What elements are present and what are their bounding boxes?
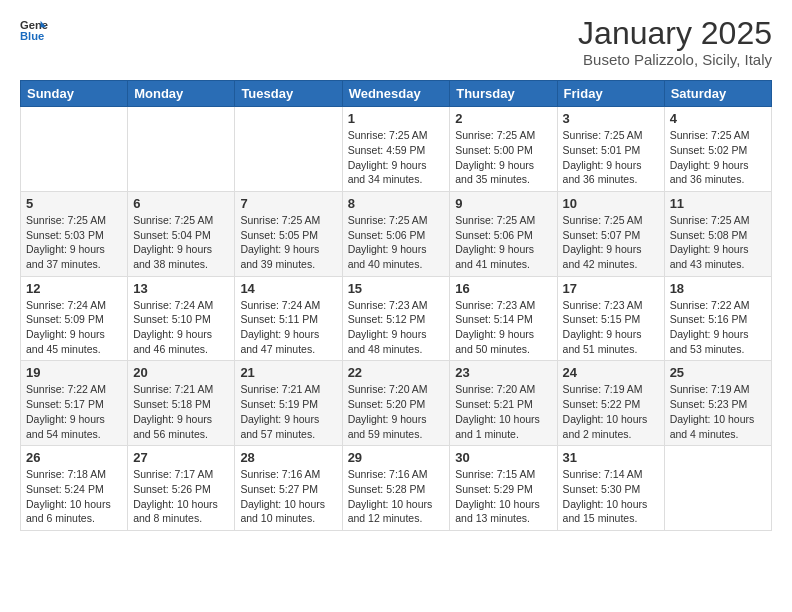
table-row: 4Sunrise: 7:25 AM Sunset: 5:02 PM Daylig… <box>664 107 771 192</box>
day-info: Sunrise: 7:14 AM Sunset: 5:30 PM Dayligh… <box>563 467 659 526</box>
day-info: Sunrise: 7:21 AM Sunset: 5:19 PM Dayligh… <box>240 382 336 441</box>
table-row: 23Sunrise: 7:20 AM Sunset: 5:21 PM Dayli… <box>450 361 557 446</box>
header-sunday: Sunday <box>21 81 128 107</box>
day-number: 30 <box>455 450 551 465</box>
calendar-week-row: 5Sunrise: 7:25 AM Sunset: 5:03 PM Daylig… <box>21 191 772 276</box>
table-row: 24Sunrise: 7:19 AM Sunset: 5:22 PM Dayli… <box>557 361 664 446</box>
day-info: Sunrise: 7:25 AM Sunset: 5:05 PM Dayligh… <box>240 213 336 272</box>
day-number: 10 <box>563 196 659 211</box>
calendar-week-row: 19Sunrise: 7:22 AM Sunset: 5:17 PM Dayli… <box>21 361 772 446</box>
table-row: 12Sunrise: 7:24 AM Sunset: 5:09 PM Dayli… <box>21 276 128 361</box>
table-row <box>664 446 771 531</box>
table-row: 20Sunrise: 7:21 AM Sunset: 5:18 PM Dayli… <box>128 361 235 446</box>
day-info: Sunrise: 7:25 AM Sunset: 5:02 PM Dayligh… <box>670 128 766 187</box>
day-info: Sunrise: 7:17 AM Sunset: 5:26 PM Dayligh… <box>133 467 229 526</box>
day-number: 12 <box>26 281 122 296</box>
day-number: 1 <box>348 111 445 126</box>
day-info: Sunrise: 7:25 AM Sunset: 5:06 PM Dayligh… <box>455 213 551 272</box>
day-number: 17 <box>563 281 659 296</box>
day-number: 23 <box>455 365 551 380</box>
day-number: 4 <box>670 111 766 126</box>
table-row <box>128 107 235 192</box>
calendar-week-row: 26Sunrise: 7:18 AM Sunset: 5:24 PM Dayli… <box>21 446 772 531</box>
day-number: 15 <box>348 281 445 296</box>
day-number: 19 <box>26 365 122 380</box>
day-number: 13 <box>133 281 229 296</box>
day-number: 9 <box>455 196 551 211</box>
day-info: Sunrise: 7:25 AM Sunset: 5:07 PM Dayligh… <box>563 213 659 272</box>
day-number: 8 <box>348 196 445 211</box>
table-row: 11Sunrise: 7:25 AM Sunset: 5:08 PM Dayli… <box>664 191 771 276</box>
day-info: Sunrise: 7:25 AM Sunset: 5:01 PM Dayligh… <box>563 128 659 187</box>
day-info: Sunrise: 7:25 AM Sunset: 5:06 PM Dayligh… <box>348 213 445 272</box>
table-row: 19Sunrise: 7:22 AM Sunset: 5:17 PM Dayli… <box>21 361 128 446</box>
day-info: Sunrise: 7:24 AM Sunset: 5:09 PM Dayligh… <box>26 298 122 357</box>
header-monday: Monday <box>128 81 235 107</box>
table-row: 2Sunrise: 7:25 AM Sunset: 5:00 PM Daylig… <box>450 107 557 192</box>
calendar-subtitle: Buseto Palizzolo, Sicily, Italy <box>578 51 772 68</box>
day-info: Sunrise: 7:21 AM Sunset: 5:18 PM Dayligh… <box>133 382 229 441</box>
table-row: 31Sunrise: 7:14 AM Sunset: 5:30 PM Dayli… <box>557 446 664 531</box>
day-info: Sunrise: 7:20 AM Sunset: 5:20 PM Dayligh… <box>348 382 445 441</box>
day-number: 25 <box>670 365 766 380</box>
table-row: 3Sunrise: 7:25 AM Sunset: 5:01 PM Daylig… <box>557 107 664 192</box>
table-row: 6Sunrise: 7:25 AM Sunset: 5:04 PM Daylig… <box>128 191 235 276</box>
page-container: General Blue January 2025 Buseto Palizzo… <box>0 0 792 541</box>
day-number: 2 <box>455 111 551 126</box>
calendar-header-row: Sunday Monday Tuesday Wednesday Thursday… <box>21 81 772 107</box>
table-row: 13Sunrise: 7:24 AM Sunset: 5:10 PM Dayli… <box>128 276 235 361</box>
day-info: Sunrise: 7:25 AM Sunset: 5:00 PM Dayligh… <box>455 128 551 187</box>
table-row: 25Sunrise: 7:19 AM Sunset: 5:23 PM Dayli… <box>664 361 771 446</box>
day-number: 22 <box>348 365 445 380</box>
calendar-title: January 2025 <box>578 16 772 51</box>
day-number: 29 <box>348 450 445 465</box>
table-row: 1Sunrise: 7:25 AM Sunset: 4:59 PM Daylig… <box>342 107 450 192</box>
logo-icon: General Blue <box>20 16 48 44</box>
header: General Blue January 2025 Buseto Palizzo… <box>20 16 772 68</box>
day-info: Sunrise: 7:24 AM Sunset: 5:11 PM Dayligh… <box>240 298 336 357</box>
day-number: 6 <box>133 196 229 211</box>
table-row: 18Sunrise: 7:22 AM Sunset: 5:16 PM Dayli… <box>664 276 771 361</box>
table-row: 10Sunrise: 7:25 AM Sunset: 5:07 PM Dayli… <box>557 191 664 276</box>
day-number: 31 <box>563 450 659 465</box>
day-info: Sunrise: 7:16 AM Sunset: 5:28 PM Dayligh… <box>348 467 445 526</box>
header-thursday: Thursday <box>450 81 557 107</box>
table-row: 7Sunrise: 7:25 AM Sunset: 5:05 PM Daylig… <box>235 191 342 276</box>
day-number: 7 <box>240 196 336 211</box>
table-row <box>235 107 342 192</box>
table-row: 5Sunrise: 7:25 AM Sunset: 5:03 PM Daylig… <box>21 191 128 276</box>
table-row: 22Sunrise: 7:20 AM Sunset: 5:20 PM Dayli… <box>342 361 450 446</box>
day-info: Sunrise: 7:15 AM Sunset: 5:29 PM Dayligh… <box>455 467 551 526</box>
table-row: 28Sunrise: 7:16 AM Sunset: 5:27 PM Dayli… <box>235 446 342 531</box>
day-number: 28 <box>240 450 336 465</box>
day-info: Sunrise: 7:22 AM Sunset: 5:16 PM Dayligh… <box>670 298 766 357</box>
table-row: 15Sunrise: 7:23 AM Sunset: 5:12 PM Dayli… <box>342 276 450 361</box>
calendar-table: Sunday Monday Tuesday Wednesday Thursday… <box>20 80 772 531</box>
table-row: 8Sunrise: 7:25 AM Sunset: 5:06 PM Daylig… <box>342 191 450 276</box>
day-number: 20 <box>133 365 229 380</box>
day-info: Sunrise: 7:20 AM Sunset: 5:21 PM Dayligh… <box>455 382 551 441</box>
table-row: 14Sunrise: 7:24 AM Sunset: 5:11 PM Dayli… <box>235 276 342 361</box>
day-info: Sunrise: 7:22 AM Sunset: 5:17 PM Dayligh… <box>26 382 122 441</box>
table-row: 21Sunrise: 7:21 AM Sunset: 5:19 PM Dayli… <box>235 361 342 446</box>
day-number: 5 <box>26 196 122 211</box>
table-row <box>21 107 128 192</box>
calendar-week-row: 1Sunrise: 7:25 AM Sunset: 4:59 PM Daylig… <box>21 107 772 192</box>
table-row: 16Sunrise: 7:23 AM Sunset: 5:14 PM Dayli… <box>450 276 557 361</box>
header-wednesday: Wednesday <box>342 81 450 107</box>
day-info: Sunrise: 7:19 AM Sunset: 5:22 PM Dayligh… <box>563 382 659 441</box>
svg-text:Blue: Blue <box>20 30 44 42</box>
day-number: 16 <box>455 281 551 296</box>
calendar-body: 1Sunrise: 7:25 AM Sunset: 4:59 PM Daylig… <box>21 107 772 531</box>
day-info: Sunrise: 7:23 AM Sunset: 5:12 PM Dayligh… <box>348 298 445 357</box>
day-number: 24 <box>563 365 659 380</box>
table-row: 29Sunrise: 7:16 AM Sunset: 5:28 PM Dayli… <box>342 446 450 531</box>
day-info: Sunrise: 7:18 AM Sunset: 5:24 PM Dayligh… <box>26 467 122 526</box>
day-info: Sunrise: 7:25 AM Sunset: 5:08 PM Dayligh… <box>670 213 766 272</box>
day-number: 21 <box>240 365 336 380</box>
table-row: 26Sunrise: 7:18 AM Sunset: 5:24 PM Dayli… <box>21 446 128 531</box>
day-number: 18 <box>670 281 766 296</box>
table-row: 17Sunrise: 7:23 AM Sunset: 5:15 PM Dayli… <box>557 276 664 361</box>
logo: General Blue <box>20 16 48 44</box>
table-row: 30Sunrise: 7:15 AM Sunset: 5:29 PM Dayli… <box>450 446 557 531</box>
